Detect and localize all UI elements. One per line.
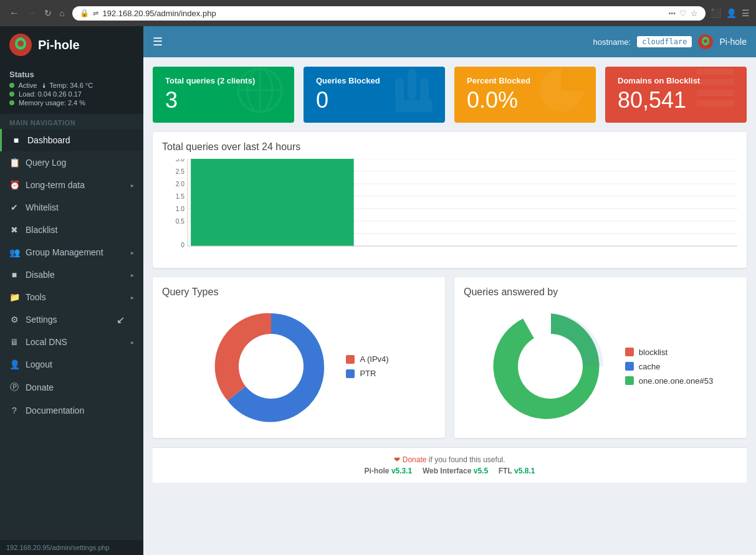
svg-text:1.5: 1.5 <box>176 193 185 200</box>
svg-rect-3 <box>16 49 18 52</box>
logout-icon: 👤 <box>9 359 19 369</box>
query-types-legend: A (IPv4) PTR <box>346 354 388 378</box>
home-button[interactable]: ⌂ <box>56 6 67 20</box>
footer: ❤ Donate if you found this useful. Pi-ho… <box>153 447 747 483</box>
one-one-label: one.one.one.one#53 <box>639 376 713 386</box>
svg-rect-14 <box>408 69 416 100</box>
sidebar-item-group-management[interactable]: 👥 Group Management ▸ <box>0 241 143 263</box>
ipv4-color <box>346 355 355 364</box>
address-bar-text[interactable]: 192.168.20.95/admin/index.php <box>102 9 664 18</box>
svg-rect-20 <box>697 79 734 85</box>
documentation-icon: ? <box>9 406 19 415</box>
whitelist-icon: ✔ <box>9 202 19 212</box>
svg-point-7 <box>704 39 707 43</box>
load-dot <box>9 92 14 97</box>
active-dot <box>9 83 14 88</box>
blocklist-label: blocklist <box>639 348 667 357</box>
svg-text:2.5: 2.5 <box>176 168 185 175</box>
svg-rect-16 <box>420 78 429 103</box>
blocklist-color <box>625 348 634 356</box>
sidebar-item-long-term-data[interactable]: ⏰ Long-term data ▸ <box>0 174 143 196</box>
blacklist-icon: ✖ <box>9 225 19 235</box>
svg-point-44 <box>518 334 583 399</box>
legend-item-one-one: one.one.one.one#53 <box>625 376 713 386</box>
footer-ftl-version: v5.8.1 <box>514 467 535 475</box>
hostname-badge: cloudflare <box>637 36 692 47</box>
sidebar-item-label-disable: Disable <box>26 270 125 280</box>
sidebar-item-logout[interactable]: 👤 Logout <box>0 353 143 376</box>
svg-rect-17 <box>395 100 433 112</box>
queries-answered-card: Queries answered by <box>454 277 747 438</box>
sidebar-item-documentation[interactable]: ? Documentation <box>0 399 143 422</box>
back-button[interactable]: ← <box>6 6 22 20</box>
pie-chart-icon <box>537 67 586 123</box>
svg-text:3.0: 3.0 <box>176 159 185 163</box>
sidebar-item-dashboard[interactable]: ■ Dashboard <box>0 129 143 151</box>
star-icon: ☆ <box>691 9 698 18</box>
status-active: Active 🌡 Temp: 34.6 °C <box>9 82 134 89</box>
ptr-label: PTR <box>360 369 376 378</box>
hostname-label: hostname: <box>593 37 631 47</box>
sidebar-item-label-tools: Tools <box>26 292 125 302</box>
sidebar-item-label-group: Group Management <box>26 247 125 257</box>
sidebar-item-settings[interactable]: ⚙ Settings ↙ <box>0 308 143 331</box>
footer-webinterface-label: Web Interface <box>423 467 471 475</box>
svg-text:0.5: 0.5 <box>176 218 185 225</box>
sidebar: Pi-hole Status Active 🌡 Temp: 34.6 °C Lo… <box>0 26 143 555</box>
local-dns-arrow-icon: ▸ <box>131 339 134 346</box>
forward-button[interactable]: → <box>24 6 40 20</box>
cache-label: cache <box>639 362 661 371</box>
settings-icon: ⚙ <box>9 315 19 325</box>
sidebar-logo <box>9 34 32 56</box>
profile-icon[interactable]: 👤 <box>726 8 737 18</box>
svg-rect-38 <box>191 159 354 246</box>
sidebar-item-label-long-term: Long-term data <box>26 180 125 190</box>
memory-dot <box>9 100 14 105</box>
bookmark-heart-icon: ♡ <box>679 9 687 18</box>
sidebar-item-query-log[interactable]: 📋 Query Log <box>0 151 143 174</box>
footer-donate-link[interactable]: Donate <box>403 455 427 464</box>
topbar-app-name: Pi-hole <box>719 37 747 47</box>
disable-icon: ■ <box>9 270 19 280</box>
legend-item-ptr: PTR <box>346 369 388 378</box>
svg-text:2.0: 2.0 <box>176 181 185 187</box>
sidebar-item-label-documentation: Documentation <box>26 406 134 415</box>
tools-icon: 📁 <box>9 292 19 302</box>
group-mgmt-icon: 👥 <box>9 247 19 257</box>
query-log-icon: 📋 <box>9 158 19 168</box>
ptr-color <box>346 369 355 378</box>
browser-menu-icon: ••• <box>668 9 676 17</box>
dns-icon: ⇌ <box>93 9 98 17</box>
sidebar-item-disable[interactable]: ■ Disable ▸ <box>0 263 143 286</box>
sidebar-toggle-button[interactable]: ☰ <box>153 35 163 49</box>
status-load: Load: 0.04 0.26 0.17 <box>9 90 134 98</box>
sidebar-item-blacklist[interactable]: ✖ Blacklist <box>0 219 143 241</box>
local-dns-icon: 🖥 <box>9 337 19 347</box>
sidebar-item-whitelist[interactable]: ✔ Whitelist <box>0 196 143 219</box>
footer-pihole-label: Pi-hole <box>365 467 390 475</box>
browser-chrome: ← → ↻ ⌂ 🔒 ⇌ 192.168.20.95/admin/index.ph… <box>0 0 756 26</box>
stat-card-queries-blocked: Queries Blocked 0 <box>304 67 445 123</box>
status-section: Status Active 🌡 Temp: 34.6 °C Load: 0.04… <box>0 64 143 114</box>
chart-title: Total queries over last 24 hours <box>162 141 737 153</box>
sidebar-header: Pi-hole <box>0 26 143 64</box>
footer-donate-line: ❤ Donate if you found this useful. <box>160 455 739 464</box>
sidebar-item-label-logout: Logout <box>26 359 134 369</box>
footer-version: Pi-hole v5.3.1 Web Interface v5.5 FTL v5… <box>160 467 739 475</box>
sidebar-item-label-query-log: Query Log <box>26 158 134 168</box>
sidebar-item-donate[interactable]: Ⓟ Donate <box>0 376 143 399</box>
svg-point-2 <box>17 40 24 47</box>
long-term-data-icon: ⏰ <box>9 180 19 190</box>
group-arrow-icon: ▸ <box>131 249 134 256</box>
status-memory: Memory usage: 2.4 % <box>9 99 134 107</box>
main-menu-icon[interactable]: ☰ <box>742 8 750 18</box>
pie-charts-row: Query Types <box>153 277 747 438</box>
topbar: ☰ hostname: cloudflare Pi-hole <box>143 26 756 57</box>
extensions-icon[interactable]: ⬛ <box>711 8 721 18</box>
sidebar-item-tools[interactable]: 📁 Tools ▸ <box>0 286 143 308</box>
sidebar-item-local-dns[interactable]: 🖥 Local DNS ▸ <box>0 331 143 353</box>
svg-text:0: 0 <box>181 242 184 249</box>
sidebar-item-label-blacklist: Blacklist <box>26 225 134 235</box>
reload-button[interactable]: ↻ <box>41 6 55 20</box>
svg-rect-19 <box>697 69 734 75</box>
